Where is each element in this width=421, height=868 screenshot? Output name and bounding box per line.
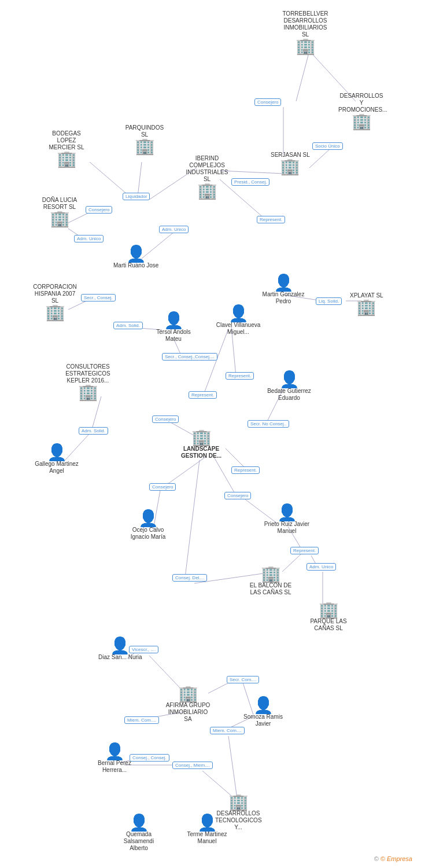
node-xplayat[interactable]: XPLAYAT SL 🏢 (350, 292, 383, 315)
label-bedate: Bedate Gutierrez Eduardo (266, 388, 312, 402)
badge-consejero-5[interactable]: Consejero (224, 492, 251, 499)
person-icon-somoza: 👤 (253, 697, 274, 713)
badge-represent-1[interactable]: Represent. (257, 216, 285, 223)
node-landscape[interactable]: 🏢 LANDSCAPE GESTION DE... (178, 429, 224, 459)
label-torrebellver: TORREBELLVER DESARROLLOS INMOBILIARIOS S… (282, 10, 328, 38)
badge-vicescr[interactable]: Vicescr., .... (129, 646, 158, 653)
badge-liq-solid[interactable]: Liq. Solid. (316, 297, 342, 305)
person-icon-ocejo: 👤 (138, 510, 158, 527)
building-icon-afirma: 🏢 (178, 686, 198, 702)
label-somoza: Somoza Ramis Javier (240, 713, 286, 727)
label-consultores: CONSULTORES ESTRATEGICOS KEPLER 2016... (65, 363, 111, 384)
building-icon-desarrollos-tec: 🏢 (228, 794, 249, 810)
node-elbalcon[interactable]: 🏢 EL BALCON DE LAS CAÑAS SL (248, 566, 294, 596)
badge-adm-solid-2[interactable]: Adm. Solid. (79, 427, 108, 435)
node-serjasan[interactable]: SERJASAN SL 🏢 (271, 152, 310, 175)
badge-consej-consej[interactable]: Consej., Consej. (130, 754, 169, 762)
label-landscape: LANDSCAPE GESTION DE... (178, 446, 224, 459)
node-gallego[interactable]: 👤 Gallego Martinez Angel (34, 444, 80, 475)
svg-line-25 (214, 457, 236, 495)
node-tersol[interactable]: 👤 Tersol Andols Mateu (150, 312, 197, 343)
person-icon-marti-ruano: 👤 (126, 246, 146, 262)
node-ocejo[interactable]: 👤 Ocejo Calvo Ignacio María (125, 510, 171, 540)
label-bernal: Bernal Perez Herrera... (91, 760, 138, 774)
label-prieto: Prieto Ruiz Javier Manuel (264, 521, 310, 535)
svg-line-1 (296, 51, 309, 101)
copyright-brand: © Empresa (381, 855, 412, 862)
building-icon-parquindos: 🏢 (135, 138, 155, 155)
copyright: © © Empresa (374, 855, 412, 862)
badge-consejero-4[interactable]: Consejero (149, 483, 176, 491)
badge-adm-unico-1[interactable]: Adm. Unico (74, 235, 104, 242)
svg-line-3 (309, 149, 330, 168)
graph-container: TORREBELLVER DESARROLLOS INMOBILIARIOS S… (0, 0, 421, 868)
building-icon-iberind: 🏢 (197, 183, 217, 199)
svg-line-6 (90, 162, 130, 197)
node-somoza[interactable]: 👤 Somoza Ramis Javier (240, 697, 286, 727)
node-marti-ruano[interactable]: 👤 Marti Ruano Jose (113, 246, 158, 269)
badge-miem-com-1[interactable]: Miem. Com.... (124, 716, 159, 724)
node-iberind[interactable]: IBERIND COMPLEJOS INDUSTRIALES SL 🏢 (184, 155, 230, 199)
badge-adm-unico-3[interactable]: Adm. Unico (306, 563, 336, 571)
badge-miem-com-2[interactable]: Miem. Com.... (210, 727, 245, 734)
node-donalucia[interactable]: DOÑA LUCIA RESORT SL 🏢 (36, 197, 83, 227)
label-elbalcon: EL BALCON DE LAS CAÑAS SL (248, 582, 294, 596)
building-icon-torrebellver: 🏢 (296, 38, 316, 54)
badge-consejero-3[interactable]: Consejero (152, 415, 179, 423)
person-icon-clavel: 👤 (228, 306, 249, 322)
node-clavel[interactable]: 👤 Clavel Villanueva Miguel... (215, 306, 261, 336)
person-icon-bedate: 👤 (279, 372, 300, 388)
building-icon-landscape: 🏢 (191, 429, 212, 446)
badge-consejero-2[interactable]: Consejero (86, 206, 112, 214)
building-icon-desarrollos-prom: 🏢 (352, 113, 372, 130)
node-consultores[interactable]: CONSULTORES ESTRATEGICOS KEPLER 2016... … (65, 363, 111, 400)
node-torrebellver[interactable]: TORREBELLVER DESARROLLOS INMOBILIARIOS S… (282, 10, 328, 54)
label-iberind: IBERIND COMPLEJOS INDUSTRIALES SL (184, 155, 230, 183)
badge-represent-4[interactable]: Represent. (231, 466, 260, 474)
badge-consej-del[interactable]: Consej. Del.... (172, 574, 207, 582)
svg-line-20 (91, 396, 101, 431)
label-donalucia: DOÑA LUCIA RESORT SL (36, 197, 83, 211)
badge-represent-2[interactable]: Represent. (226, 372, 254, 380)
node-parque-canas[interactable]: 🏢 PARQUE LAS CAÑAS SL (305, 602, 352, 632)
label-parque-canas: PARQUE LAS CAÑAS SL (305, 618, 352, 632)
node-quemada[interactable]: 👤 Quemada Salsamendi Alberto (116, 815, 162, 852)
badge-consej-miem[interactable]: Consej., Miem.... (172, 762, 213, 769)
building-icon-parque-canas: 🏢 (319, 602, 339, 618)
badge-consejero-1[interactable]: Consejero (254, 98, 281, 106)
badge-adm-solid-1[interactable]: Adm. Solid. (113, 322, 143, 329)
badge-represent-5[interactable]: Represent. (290, 547, 319, 554)
node-bodegas[interactable]: BODEGAS LOPEZ MERCIER SL 🏢 (43, 130, 90, 167)
node-prieto[interactable]: 👤 Prieto Ruiz Javier Manuel (264, 505, 310, 535)
label-quemada: Quemada Salsamendi Alberto (116, 831, 162, 852)
building-icon-elbalcon: 🏢 (261, 566, 281, 582)
building-icon-serjasan: 🏢 (280, 159, 300, 175)
label-tersol: Tersol Andols Mateu (150, 329, 197, 343)
badge-adm-unico-2[interactable]: Adm. Unico (159, 226, 189, 233)
svg-line-32 (185, 460, 200, 578)
person-icon-prieto: 👤 (277, 505, 297, 521)
badge-socio-unico[interactable]: Socio Único (312, 142, 343, 150)
badge-secr-com[interactable]: Secr. Com.... (227, 676, 259, 683)
node-parquindos[interactable]: PARQUINDOS SL 🏢 (121, 124, 168, 155)
badge-liquidador[interactable]: Liquidador (123, 193, 150, 200)
badge-represent-3[interactable]: Represent. (189, 391, 217, 399)
badge-secr-no-consej[interactable]: Secr. No Consej.. (248, 420, 289, 428)
badge-secr-consej-consej[interactable]: Secr., Consej.,Consej.... (162, 353, 217, 361)
svg-line-43 (228, 736, 237, 799)
node-afirma[interactable]: 🏢 AFIRMA GRUPO INMOBILIARIO SA (165, 686, 211, 723)
node-desarrollos-prom[interactable]: DESARROLLOS Y PROMOCIONES... 🏢 (338, 93, 385, 130)
label-martin-gonzalez: Martin Gonzalez Pedro (260, 291, 306, 305)
node-terme[interactable]: 👤 Terme Martinez Manuel (184, 815, 230, 845)
building-icon-xplayat: 🏢 (356, 299, 376, 315)
label-marti-ruano: Marti Ruano Jose (113, 262, 158, 269)
node-martin-gonzalez[interactable]: 👤 Martin Gonzalez Pedro (260, 275, 306, 305)
node-corporacion[interactable]: CORPORACION HISPANIA 2007 SL 🏢 (32, 284, 78, 321)
label-parquindos: PARQUINDOS SL (121, 124, 168, 138)
label-bodegas: BODEGAS LOPEZ MERCIER SL (43, 130, 90, 151)
badge-secr-consej[interactable]: Secr., Consej. (81, 294, 116, 301)
node-bedate[interactable]: 👤 Bedate Gutierrez Eduardo (266, 372, 312, 402)
badge-presid-consej[interactable]: Presid., Consej. (231, 178, 269, 186)
svg-line-16 (204, 329, 228, 395)
building-icon-corporacion: 🏢 (45, 304, 65, 321)
